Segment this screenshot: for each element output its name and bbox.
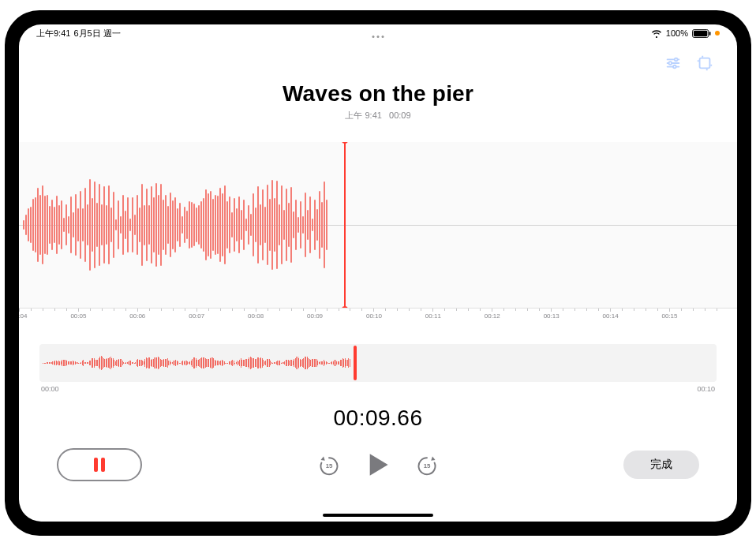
ruler-label: 00:14 bbox=[603, 312, 619, 320]
playback-controls: 15 15 完成 bbox=[19, 448, 737, 481]
overview-end: 00:10 bbox=[697, 385, 715, 393]
ruler-label: 00:12 bbox=[485, 312, 500, 320]
overview-track[interactable] bbox=[39, 344, 717, 382]
status-time: 上午9:41 bbox=[36, 28, 70, 39]
ruler-label: 00:09 bbox=[307, 312, 323, 320]
home-indicator[interactable] bbox=[323, 514, 433, 517]
ruler-label: 00:04 bbox=[19, 312, 28, 320]
recording-subtitle: 上午 9:41 00:09 bbox=[19, 110, 737, 122]
status-left: 上午9:41 6月5日 週一 bbox=[36, 28, 121, 39]
playhead[interactable] bbox=[344, 142, 346, 308]
ipad-frame: 上午9:41 6月5日 週一 100% bbox=[5, 10, 751, 536]
svg-rect-1 bbox=[694, 30, 707, 36]
waveform-main[interactable] bbox=[19, 142, 737, 308]
overview-labels: 00:00 00:10 bbox=[39, 385, 717, 393]
screen: 上午9:41 6月5日 週一 100% bbox=[19, 24, 737, 522]
done-button[interactable]: 完成 bbox=[623, 451, 699, 479]
ruler-label: 00:11 bbox=[425, 312, 441, 320]
svg-rect-2 bbox=[709, 32, 711, 36]
svg-point-6 bbox=[675, 58, 678, 62]
svg-point-7 bbox=[669, 62, 672, 65]
overview-playhead[interactable] bbox=[354, 346, 357, 380]
skip-forward-button[interactable]: 15 bbox=[416, 454, 438, 476]
mic-indicator-icon bbox=[715, 31, 720, 36]
ruler-label: 00:08 bbox=[248, 312, 264, 320]
pause-button[interactable] bbox=[57, 448, 142, 481]
title-area: Waves on the pier 上午 9:41 00:09 bbox=[19, 81, 737, 122]
ruler-label: 00:06 bbox=[129, 312, 145, 320]
skip-back-button[interactable]: 15 bbox=[318, 454, 340, 476]
status-right: 100% bbox=[651, 28, 720, 38]
status-date: 6月5日 週一 bbox=[73, 28, 120, 39]
recording-title[interactable]: Waves on the pier bbox=[19, 81, 737, 107]
ruler-label: 00:15 bbox=[661, 312, 677, 320]
recording-time: 上午 9:41 bbox=[345, 110, 381, 120]
svg-text:15: 15 bbox=[424, 462, 431, 469]
pause-icon bbox=[94, 458, 105, 472]
battery-pct: 100% bbox=[666, 28, 688, 38]
svg-text:15: 15 bbox=[326, 462, 333, 469]
overview-section: 00:00 00:10 bbox=[39, 344, 717, 393]
recording-duration: 00:09 bbox=[389, 110, 411, 120]
play-button[interactable] bbox=[367, 452, 389, 477]
waveform-bars bbox=[19, 142, 344, 308]
svg-rect-9 bbox=[700, 58, 710, 69]
multitask-dots-icon[interactable] bbox=[372, 36, 384, 38]
status-bar: 上午9:41 6月5日 週一 100% bbox=[19, 24, 737, 42]
ruler-label: 00:13 bbox=[544, 312, 560, 320]
edit-tools bbox=[664, 54, 713, 75]
transport-controls: 15 15 bbox=[318, 452, 438, 477]
options-icon[interactable] bbox=[664, 54, 682, 75]
battery-icon bbox=[692, 29, 711, 38]
svg-point-8 bbox=[673, 65, 676, 69]
ruler-label: 00:07 bbox=[189, 312, 204, 320]
wifi-icon bbox=[651, 28, 662, 38]
ruler-label: 00:10 bbox=[366, 312, 382, 320]
overview-start: 00:00 bbox=[41, 385, 59, 393]
ruler-label: 00:05 bbox=[70, 312, 86, 320]
overview-waveform bbox=[43, 349, 352, 377]
time-ruler[interactable]: 00:0400:0500:0600:0700:0800:0900:1000:11… bbox=[19, 308, 737, 325]
elapsed-timer: 00:09.66 bbox=[19, 406, 737, 431]
trim-icon[interactable] bbox=[696, 54, 713, 75]
